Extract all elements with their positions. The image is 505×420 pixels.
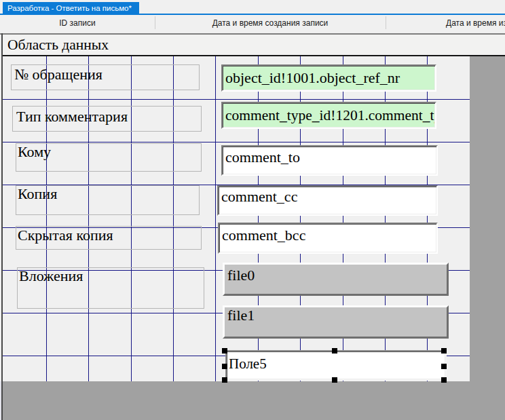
svg-text:object_id!1001.object_ref_nr: object_id!1001.object_ref_nr	[225, 69, 400, 86]
svg-text:Дата и время создания записи: Дата и время создания записи	[212, 18, 329, 28]
svg-text:Кому: Кому	[18, 143, 51, 160]
svg-text:comment_type_id!1201.comment_t: comment_type_id!1201.comment_type	[225, 107, 455, 123]
svg-text:comment_cc: comment_cc	[221, 188, 298, 205]
svg-text:comment_to: comment_to	[225, 149, 300, 166]
svg-text:Копия: Копия	[18, 185, 57, 202]
svg-text:Разработка - Ответить на письм: Разработка - Ответить на письмо*	[7, 4, 132, 12]
svg-text:ID записи: ID записи	[59, 18, 95, 28]
svg-text:Поле5: Поле5	[229, 356, 267, 372]
svg-text:Вложения: Вложения	[19, 267, 83, 284]
svg-text:№ обращения: № обращения	[14, 66, 102, 83]
svg-text:file0: file0	[227, 267, 255, 284]
svg-text:Скрытая копия: Скрытая копия	[18, 227, 113, 244]
svg-text:Дата и время из: Дата и время из	[446, 18, 505, 28]
svg-text:Область данных: Область данных	[7, 37, 109, 53]
svg-text:file1: file1	[227, 307, 255, 324]
svg-text:Тип комментария: Тип комментария	[16, 108, 128, 125]
svg-text:comment_bcc: comment_bcc	[222, 227, 306, 244]
